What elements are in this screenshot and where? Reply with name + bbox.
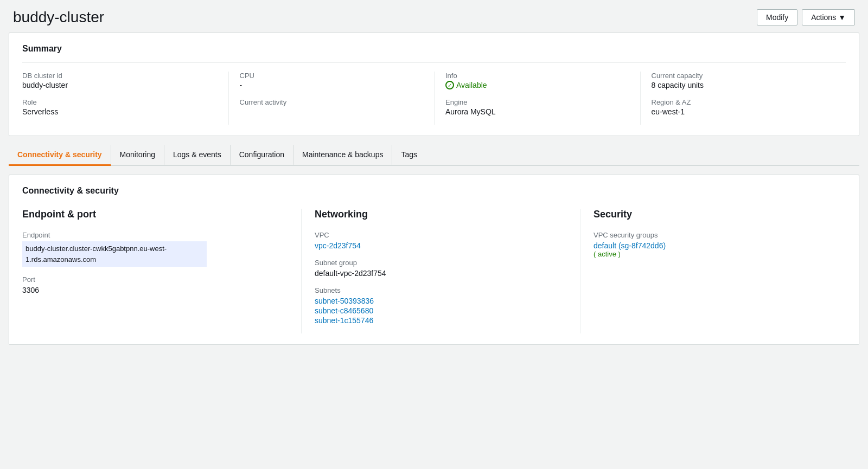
info-value: Available — [456, 81, 487, 89]
vpc-label: VPC — [315, 231, 567, 239]
info-field: Info ✓ Available — [445, 72, 631, 89]
tab-logs[interactable]: Logs & events — [164, 145, 231, 166]
cpu-value: - — [240, 81, 426, 89]
subnets-field: Subnets subnet-50393836subnet-c8465680su… — [315, 286, 567, 325]
summary-col-4: Current capacity 8 capacity units Region… — [640, 72, 846, 125]
security-group-status: ( active ) — [593, 250, 846, 258]
info-status: ✓ Available — [445, 81, 631, 89]
subnet-group-value: default-vpc-2d23f754 — [315, 269, 567, 278]
role-label: Role — [22, 98, 220, 106]
port-field: Port 3306 — [22, 275, 288, 294]
page-header: buddy-cluster Modify Actions ▼ — [0, 0, 868, 33]
subnet-item[interactable]: subnet-50393836 — [315, 297, 567, 305]
subnets-list: subnet-50393836subnet-c8465680subnet-1c1… — [315, 297, 567, 325]
endpoint-field: Endpoint buddy-cluster.cluster-cwkk5gabt… — [22, 231, 288, 267]
port-label: Port — [22, 275, 288, 284]
connectivity-card: Connectivity & security Endpoint & port … — [9, 175, 859, 345]
actions-button[interactable]: Actions ▼ — [802, 9, 855, 25]
subnet-group-field: Subnet group default-vpc-2d23f754 — [315, 259, 567, 278]
status-check-icon: ✓ — [445, 81, 454, 89]
current-capacity-label: Current capacity — [652, 72, 838, 80]
region-az-field: Region & AZ eu-west-1 — [652, 98, 838, 116]
db-cluster-id-field: DB cluster id buddy-cluster — [22, 72, 220, 89]
cpu-label: CPU — [240, 72, 426, 80]
subnet-item[interactable]: subnet-1c155746 — [315, 316, 567, 325]
subnets-label: Subnets — [315, 286, 567, 294]
security-group-value[interactable]: default (sg-8f742dd6) — [593, 241, 666, 250]
summary-card: Summary DB cluster id buddy-cluster Role… — [9, 33, 859, 136]
current-activity-field: Current activity — [240, 98, 426, 106]
modify-button[interactable]: Modify — [757, 9, 797, 25]
tab-maintenance[interactable]: Maintenance & backups — [293, 145, 392, 166]
vpc-security-groups-label: VPC security groups — [593, 231, 846, 239]
tabs-bar: Connectivity & security Monitoring Logs … — [9, 145, 859, 166]
current-capacity-field: Current capacity 8 capacity units — [652, 72, 838, 89]
region-az-value: eu-west-1 — [652, 107, 838, 116]
tab-monitoring[interactable]: Monitoring — [111, 145, 164, 166]
tab-configuration[interactable]: Configuration — [231, 145, 293, 166]
endpoint-port-col: Endpoint & port Endpoint buddy-cluster.c… — [22, 209, 288, 333]
tab-tags[interactable]: Tags — [392, 145, 426, 166]
engine-field: Engine Aurora MySQL — [445, 98, 631, 116]
role-value: Serverless — [22, 107, 220, 116]
actions-chevron-icon: ▼ — [838, 13, 846, 22]
info-label: Info — [445, 72, 631, 80]
current-capacity-value: 8 capacity units — [652, 81, 838, 89]
engine-value: Aurora MySQL — [445, 107, 631, 116]
role-field: Role Serverless — [22, 98, 220, 116]
subnet-item[interactable]: subnet-c8465680 — [315, 306, 567, 315]
networking-col: Networking VPC vpc-2d23f754 Subnet group… — [301, 209, 567, 333]
endpoint-port-title: Endpoint & port — [22, 209, 288, 220]
tab-connectivity[interactable]: Connectivity & security — [9, 145, 111, 166]
cpu-field: CPU - — [240, 72, 426, 89]
summary-col-2: CPU - Current activity — [228, 72, 435, 125]
summary-col-1: DB cluster id buddy-cluster Role Serverl… — [22, 72, 228, 125]
region-az-label: Region & AZ — [652, 98, 838, 106]
vpc-field: VPC vpc-2d23f754 — [315, 231, 567, 250]
endpoint-value[interactable]: buddy-cluster.cluster-cwkk5gabtpnn.eu-we… — [22, 241, 207, 267]
networking-title: Networking — [315, 209, 567, 220]
db-cluster-id-value: buddy-cluster — [22, 81, 220, 89]
vpc-value[interactable]: vpc-2d23f754 — [315, 241, 361, 250]
connectivity-section-title: Connectivity & security — [22, 186, 846, 196]
summary-grid: DB cluster id buddy-cluster Role Serverl… — [22, 62, 846, 125]
engine-label: Engine — [445, 98, 631, 106]
current-activity-label: Current activity — [240, 98, 426, 106]
db-cluster-id-label: DB cluster id — [22, 72, 220, 80]
page-title: buddy-cluster — [13, 9, 104, 26]
vpc-security-groups-field: VPC security groups default (sg-8f742dd6… — [593, 231, 846, 258]
security-col: Security VPC security groups default (sg… — [580, 209, 846, 333]
connectivity-grid: Endpoint & port Endpoint buddy-cluster.c… — [22, 204, 846, 333]
port-value: 3306 — [22, 286, 288, 294]
summary-col-3: Info ✓ Available Engine Aurora MySQL — [434, 72, 640, 125]
header-actions: Modify Actions ▼ — [757, 9, 855, 25]
endpoint-label: Endpoint — [22, 231, 288, 239]
actions-label: Actions — [811, 13, 836, 22]
subnet-group-label: Subnet group — [315, 259, 567, 267]
summary-title: Summary — [22, 44, 846, 54]
security-title: Security — [593, 209, 846, 220]
